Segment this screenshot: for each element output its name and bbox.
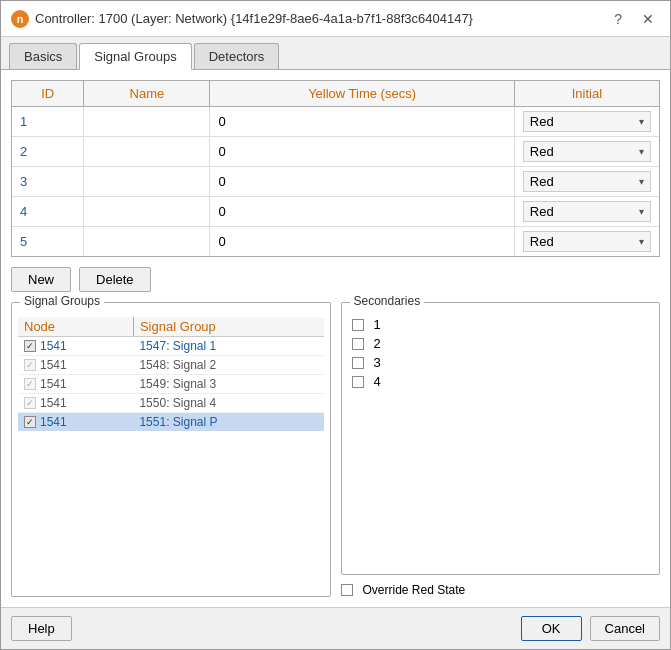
override-checkbox[interactable] (341, 584, 353, 596)
sg-cell-node: 1541 (18, 394, 133, 413)
help-button[interactable]: Help (11, 616, 72, 641)
checkbox-icon[interactable] (24, 340, 36, 352)
app-icon: n (11, 10, 29, 28)
cell-yellow-time: 0 (210, 107, 514, 137)
cell-id: 4 (12, 197, 84, 227)
sg-cell-signal-group: 1548: Signal 2 (133, 356, 323, 375)
chevron-down-icon: ▾ (639, 236, 644, 247)
table-row[interactable]: 2 0 Red ▾ (12, 137, 659, 167)
bottom-panels: Signal Groups Node Signal Group (11, 302, 660, 597)
cell-yellow-time: 0 (210, 197, 514, 227)
sg-row[interactable]: 1541 1547: Signal 1 (18, 337, 324, 356)
chevron-down-icon: ▾ (639, 176, 644, 187)
cancel-button[interactable]: Cancel (590, 616, 660, 641)
checkbox-icon[interactable] (352, 338, 364, 350)
sg-cell-signal-group: 1547: Signal 1 (133, 337, 323, 356)
table-row[interactable]: 5 0 Red ▾ (12, 227, 659, 257)
cell-initial[interactable]: Red ▾ (514, 137, 659, 167)
cell-yellow-time: 0 (210, 167, 514, 197)
main-window: n Controller: 1700 (Layer: Network) {14f… (0, 0, 671, 650)
cell-name (84, 137, 210, 167)
cell-name (84, 107, 210, 137)
sg-row[interactable]: 1541 1548: Signal 2 (18, 356, 324, 375)
signal-groups-table-container: ID Name Yellow Time (secs) Initial 1 0 R… (11, 80, 660, 257)
cell-id: 3 (12, 167, 84, 197)
checkbox-icon[interactable] (352, 376, 364, 388)
signal-groups-title: Signal Groups (20, 294, 104, 308)
secondaries-group-box: Secondaries 1 2 3 (341, 302, 661, 575)
sg-row[interactable]: 1541 1551: Signal P (18, 413, 324, 432)
content-area: ID Name Yellow Time (secs) Initial 1 0 R… (1, 70, 670, 607)
override-red-state-row[interactable]: Override Red State (341, 583, 661, 597)
ok-button[interactable]: OK (521, 616, 582, 641)
cell-initial[interactable]: Red ▾ (514, 107, 659, 137)
checkbox-icon[interactable] (352, 357, 364, 369)
sg-inner-table: Node Signal Group 1541 (18, 317, 324, 431)
secondary-item-4[interactable]: 4 (352, 374, 650, 389)
cell-name (84, 227, 210, 257)
chevron-down-icon: ▾ (639, 206, 644, 217)
sg-col-node: Node (18, 317, 133, 337)
secondary-item-3[interactable]: 3 (352, 355, 650, 370)
footer: Help OK Cancel (1, 607, 670, 649)
secondaries-content: 1 2 3 4 (342, 303, 660, 395)
cell-yellow-time: 0 (210, 227, 514, 257)
cell-id: 1 (12, 107, 84, 137)
signal-groups-panel: Signal Groups Node Signal Group (11, 302, 331, 597)
cell-id: 2 (12, 137, 84, 167)
signal-groups-content: Node Signal Group 1541 (12, 303, 330, 596)
secondary-item-2[interactable]: 2 (352, 336, 650, 351)
chevron-down-icon: ▾ (639, 116, 644, 127)
tab-bar: Basics Signal Groups Detectors (1, 37, 670, 70)
cell-initial[interactable]: Red ▾ (514, 197, 659, 227)
table-row[interactable]: 1 0 Red ▾ (12, 107, 659, 137)
title-bar-right: ? ✕ (608, 9, 660, 29)
table-row[interactable]: 4 0 Red ▾ (12, 197, 659, 227)
tab-signal-groups[interactable]: Signal Groups (79, 43, 191, 70)
col-header-id: ID (12, 81, 84, 107)
window-title: Controller: 1700 (Layer: Network) {14f1e… (35, 11, 473, 26)
cell-yellow-time: 0 (210, 137, 514, 167)
sg-cell-signal-group: 1551: Signal P (133, 413, 323, 432)
secondaries-panel: Secondaries 1 2 3 (341, 302, 661, 597)
cell-name (84, 197, 210, 227)
help-window-button[interactable]: ? (608, 9, 628, 29)
cell-id: 5 (12, 227, 84, 257)
signal-groups-table: ID Name Yellow Time (secs) Initial 1 0 R… (12, 81, 659, 256)
secondaries-title: Secondaries (350, 294, 425, 308)
title-bar: n Controller: 1700 (Layer: Network) {14f… (1, 1, 670, 37)
chevron-down-icon: ▾ (639, 146, 644, 157)
sg-cell-signal-group: 1549: Signal 3 (133, 375, 323, 394)
col-header-yellow-time: Yellow Time (secs) (210, 81, 514, 107)
sg-row[interactable]: 1541 1549: Signal 3 (18, 375, 324, 394)
checkbox-icon[interactable] (24, 397, 36, 409)
sg-cell-node: 1541 (18, 337, 133, 356)
checkbox-icon[interactable] (24, 359, 36, 371)
close-window-button[interactable]: ✕ (636, 9, 660, 29)
override-label: Override Red State (363, 583, 466, 597)
sg-cell-signal-group: 1550: Signal 4 (133, 394, 323, 413)
checkbox-icon[interactable] (24, 416, 36, 428)
checkbox-icon[interactable] (24, 378, 36, 390)
signal-groups-group-box: Signal Groups Node Signal Group (11, 302, 331, 597)
cell-name (84, 167, 210, 197)
tab-basics[interactable]: Basics (9, 43, 77, 69)
cell-initial[interactable]: Red ▾ (514, 167, 659, 197)
tab-detectors[interactable]: Detectors (194, 43, 280, 69)
secondary-item-1[interactable]: 1 (352, 317, 650, 332)
sg-col-signal-group: Signal Group (133, 317, 323, 337)
sg-row[interactable]: 1541 1550: Signal 4 (18, 394, 324, 413)
delete-button[interactable]: Delete (79, 267, 151, 292)
table-action-buttons: New Delete (11, 265, 660, 294)
col-header-name: Name (84, 81, 210, 107)
checkbox-icon[interactable] (352, 319, 364, 331)
sg-cell-node: 1541 (18, 375, 133, 394)
footer-right-buttons: OK Cancel (521, 616, 660, 641)
title-bar-left: n Controller: 1700 (Layer: Network) {14f… (11, 10, 473, 28)
new-button[interactable]: New (11, 267, 71, 292)
sg-cell-node: 1541 (18, 413, 133, 432)
cell-initial[interactable]: Red ▾ (514, 227, 659, 257)
table-row[interactable]: 3 0 Red ▾ (12, 167, 659, 197)
col-header-initial: Initial (514, 81, 659, 107)
sg-cell-node: 1541 (18, 356, 133, 375)
